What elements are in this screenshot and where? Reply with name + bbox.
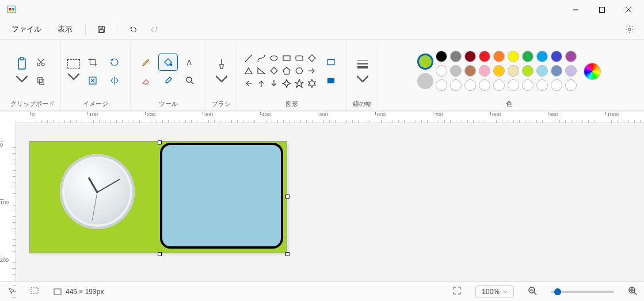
shape-arrow-left[interactable] [244,79,253,88]
select-button[interactable] [67,59,81,83]
fill-tool[interactable] [158,54,178,71]
shape-hexagon[interactable] [295,66,304,75]
color-swatch-empty[interactable] [565,79,577,91]
color-swatch[interactable] [464,65,476,77]
color-swatch[interactable] [436,51,447,62]
color-swatch[interactable] [508,51,519,62]
color-swatch[interactable] [450,51,462,62]
color-1-well[interactable] [417,54,433,70]
save-button[interactable] [92,21,111,38]
selection-handle[interactable] [158,140,162,144]
svg-marker-33 [295,79,303,87]
cut-button[interactable] [31,54,51,71]
shape-right-triangle[interactable] [257,66,266,75]
magnifier-tool[interactable] [180,72,200,89]
canvas-rounded-rectangle[interactable] [160,143,283,249]
color-swatch-empty[interactable] [450,79,462,91]
paste-button[interactable] [15,57,29,86]
brushes-button[interactable] [215,57,228,86]
shape-outline-button[interactable] [321,54,341,71]
shape-arrow-down[interactable] [269,79,279,88]
text-tool[interactable]: A [180,54,200,71]
rotate-button[interactable] [105,54,124,71]
shapes-gallery[interactable] [243,52,319,90]
shape-curve[interactable] [257,54,266,63]
copy-button[interactable] [31,72,51,89]
zoom-in-button[interactable] [628,286,637,297]
selection-handle[interactable] [158,252,162,256]
color-swatch[interactable] [493,51,505,62]
color-2-well[interactable] [417,73,433,89]
window-minimize-button[interactable] [562,1,589,18]
shape-arrow-up[interactable] [257,79,266,88]
shape-rect[interactable] [282,54,291,63]
color-swatch[interactable] [508,65,519,77]
ruler-vertical: 0100200 [0,123,16,281]
color-swatch[interactable] [565,51,577,62]
color-swatch-empty[interactable] [522,79,534,91]
color-swatch[interactable] [479,51,490,62]
eyedropper-tool[interactable] [158,72,178,89]
edit-colors-button[interactable] [584,63,601,80]
ruler-tick: 400 [260,112,270,115]
group-brushes: ブラシ [206,42,237,111]
undo-button[interactable] [123,21,143,38]
fit-screen-icon[interactable] [452,286,462,297]
color-swatch[interactable] [522,51,534,62]
color-swatch[interactable] [464,51,476,62]
shape-star6[interactable] [307,79,317,88]
color-swatch-empty[interactable] [464,79,476,91]
color-swatch[interactable] [536,65,548,77]
shape-line[interactable] [244,54,253,63]
eraser-tool[interactable] [136,72,156,89]
zoom-dropdown[interactable]: 100% [475,285,514,298]
shape-diamond[interactable] [269,66,279,75]
color-swatch[interactable] [436,65,447,77]
color-swatch[interactable] [493,65,505,77]
ruler-tick: 0 [0,142,3,148]
stroke-width-button[interactable] [356,57,369,86]
color-swatch-empty[interactable] [508,79,519,91]
color-swatch[interactable] [450,65,462,77]
color-swatch[interactable] [551,65,562,77]
color-swatch-empty[interactable] [493,79,505,91]
color-swatch-empty[interactable] [551,79,562,91]
group-label-shapes: 図形 [285,97,298,109]
svg-marker-34 [308,79,315,87]
color-swatch[interactable] [522,65,534,77]
shape-triangle[interactable] [244,66,253,75]
group-label-tools: ツール [159,97,178,109]
window-close-button[interactable] [615,1,642,18]
color-swatch[interactable] [551,51,562,62]
color-swatch-empty[interactable] [436,79,447,91]
selection-handle[interactable] [285,252,289,256]
pencil-tool[interactable] [136,54,156,71]
color-swatch-empty[interactable] [536,79,548,91]
shape-star4[interactable] [282,79,291,88]
shape-arrow-right[interactable] [307,66,317,75]
shape-pentagon[interactable] [282,66,291,75]
shape-oval[interactable] [269,54,279,63]
window-maximize-button[interactable] [589,1,615,18]
color-swatch[interactable] [479,65,490,77]
zoom-slider[interactable] [551,291,614,293]
shape-star5[interactable] [295,79,304,88]
redo-button[interactable] [145,21,165,38]
shape-polygon[interactable] [307,54,317,63]
menu-view[interactable]: 表示 [51,21,79,38]
zoom-out-button[interactable] [528,286,537,297]
selection-handle[interactable] [285,195,289,199]
canvas-viewport[interactable] [16,123,644,281]
shape-fill-button[interactable] [321,72,341,89]
color-swatch[interactable] [536,51,548,62]
group-label-stroke: 線の幅 [353,97,372,109]
shape-roundrect[interactable] [295,54,304,63]
color-swatch-empty[interactable] [479,79,490,91]
color-swatch[interactable] [565,65,577,77]
crop-button[interactable] [83,54,102,71]
flip-button[interactable] [105,72,124,89]
menu-file[interactable]: ファイル [5,21,48,38]
settings-button[interactable] [620,21,639,38]
resize-button[interactable] [83,72,102,89]
canvas[interactable] [30,142,287,253]
